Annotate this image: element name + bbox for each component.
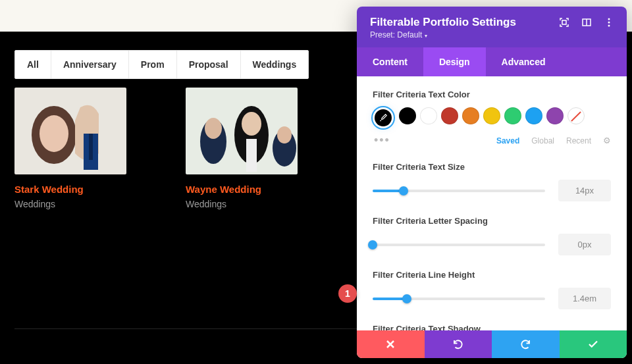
value-text-size[interactable]: 14px [558, 180, 611, 201]
redo-button[interactable] [492, 330, 560, 358]
slider-line-height[interactable] [373, 292, 545, 305]
panel-body: Filter Criteria Text Color ••• Saved Glo… [357, 76, 627, 330]
svg-point-12 [277, 126, 292, 143]
color-swatch[interactable] [420, 107, 437, 124]
section-label-color: Filter Criteria Text Color [373, 90, 611, 99]
value-line-height[interactable]: 1.4em [558, 288, 611, 309]
filter-tab-prom[interactable]: Prom [129, 51, 177, 78]
svg-rect-13 [562, 20, 566, 24]
color-swatch[interactable] [483, 107, 500, 124]
svg-point-9 [242, 112, 261, 136]
slider-text-size[interactable] [373, 184, 545, 197]
caret-down-icon: ▾ [425, 33, 427, 39]
more-dots-icon[interactable]: ••• [373, 134, 390, 147]
tab-design[interactable]: Design [423, 47, 486, 76]
portfolio-card[interactable]: Stark Wedding Weddings [14, 88, 126, 209]
portfolio-card-title: Stark Wedding [14, 184, 126, 195]
color-swatch-none[interactable] [567, 107, 585, 124]
expand-icon[interactable] [560, 18, 569, 27]
portfolio-card[interactable]: Wayne Wedding Weddings [186, 88, 298, 209]
swatch-tab-global[interactable]: Global [531, 136, 554, 145]
filter-tab-weddings[interactable]: Weddings [241, 51, 309, 78]
settings-panel: Filterable Portfolio Settings Preset: De… [357, 7, 627, 358]
eyedropper-swatch[interactable] [375, 109, 392, 126]
svg-rect-4 [89, 134, 93, 160]
color-swatch[interactable] [399, 107, 416, 124]
panel-tabs: Content Design Advanced [357, 47, 627, 76]
portfolio-card-category: Weddings [186, 199, 298, 209]
filter-tab-all[interactable]: All [15, 51, 51, 78]
portfolio-card-category: Weddings [14, 199, 126, 209]
section-label-text-size: Filter Criteria Text Size [373, 162, 611, 172]
preset-label: Preset: Default [370, 30, 422, 39]
svg-point-15 [608, 18, 610, 20]
portfolio-thumb [186, 88, 298, 174]
preset-selector[interactable]: Preset: Default▾ [370, 30, 614, 39]
section-label-letter-spacing: Filter Criteria Letter Spacing [373, 216, 611, 226]
filter-tab-anniversary[interactable]: Anniversary [51, 51, 129, 78]
cancel-button[interactable] [357, 330, 425, 358]
tab-content[interactable]: Content [357, 47, 423, 76]
value-letter-spacing[interactable]: 0px [558, 234, 611, 255]
color-swatch[interactable] [441, 107, 458, 124]
swatch-tab-recent[interactable]: Recent [566, 136, 591, 145]
tab-advanced[interactable]: Advanced [486, 47, 562, 76]
slider-letter-spacing[interactable] [373, 238, 545, 251]
annotation-badge-1: 1 [338, 284, 357, 303]
color-swatch[interactable] [462, 107, 479, 124]
color-swatch[interactable] [525, 107, 542, 124]
color-swatch[interactable] [504, 107, 521, 124]
color-swatch[interactable] [546, 107, 564, 124]
svg-point-16 [608, 22, 610, 24]
svg-point-7 [205, 118, 222, 139]
svg-rect-10 [246, 139, 257, 172]
svg-point-17 [608, 25, 610, 27]
kebab-icon[interactable] [604, 18, 614, 27]
color-swatches [373, 107, 611, 128]
panel-header[interactable]: Filterable Portfolio Settings Preset: De… [357, 7, 627, 47]
filter-tab-proposal[interactable]: Proposal [177, 51, 241, 78]
undo-button[interactable] [425, 330, 492, 358]
gear-icon[interactable]: ⚙ [603, 136, 611, 145]
columns-icon[interactable] [582, 18, 591, 27]
filter-bar: All Anniversary Prom Proposal Weddings [14, 50, 309, 79]
svg-point-2 [40, 115, 68, 152]
portfolio-card-title: Wayne Wedding [186, 184, 298, 195]
swatch-tab-saved[interactable]: Saved [496, 136, 519, 145]
panel-footer [357, 330, 627, 358]
section-label-text-shadow: Filter Criteria Text Shadow [373, 324, 611, 330]
panel-title: Filterable Portfolio Settings [370, 16, 516, 29]
save-button[interactable] [560, 330, 627, 358]
portfolio-thumb [14, 88, 126, 174]
section-label-line-height: Filter Criteria Line Height [373, 270, 611, 280]
